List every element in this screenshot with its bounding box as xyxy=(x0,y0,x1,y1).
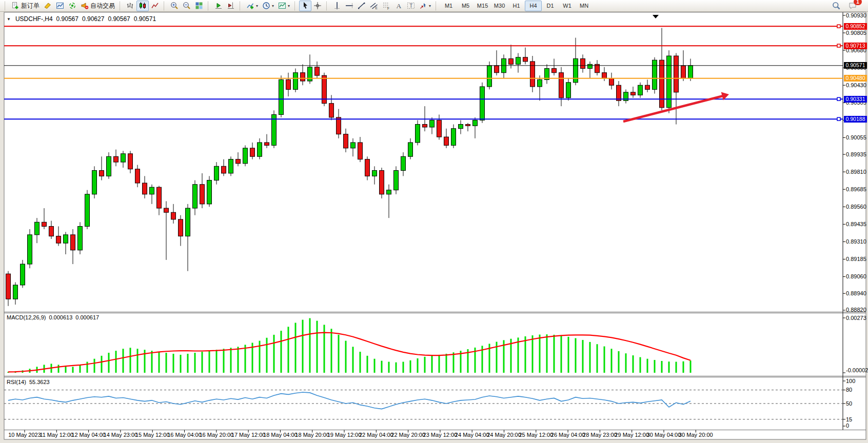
channel-button[interactable]: E xyxy=(368,1,380,11)
dropdown-caret-icon: ▾ xyxy=(256,4,258,8)
trendline-icon xyxy=(358,2,366,10)
chart-menu-caret-icon[interactable]: ▼ xyxy=(7,17,11,22)
indicators-icon xyxy=(246,2,254,10)
arrows-button[interactable]: ▾ xyxy=(417,1,433,11)
text-a-icon: A xyxy=(394,2,403,10)
chart-shift-button[interactable] xyxy=(225,1,237,11)
svg-text:F: F xyxy=(387,7,389,10)
price-level-label-resistance-1: 0.90852 xyxy=(844,23,867,30)
signals-button[interactable] xyxy=(66,1,78,11)
price-axis-tick-label: 0.89435 xyxy=(846,221,866,227)
crosshair-button[interactable] xyxy=(311,1,324,11)
zoom-in-icon xyxy=(170,2,179,10)
template-icon xyxy=(278,2,286,10)
rsi-axis-label: 100 xyxy=(846,378,855,384)
new-order-button[interactable]: 新订单 xyxy=(9,1,42,11)
fibo-icon: F xyxy=(382,2,390,10)
hline-icon xyxy=(345,2,353,10)
rsi-label: RSI(14) xyxy=(7,379,26,385)
bars-icon xyxy=(126,2,134,10)
price-level-label-support-2: 0.90188 xyxy=(844,116,867,123)
price-axis-tick-label: 0.90430 xyxy=(846,82,866,88)
market-watch-button[interactable] xyxy=(54,1,66,11)
timeframe-m15-button[interactable]: M15 xyxy=(474,1,491,11)
toolbar-separator xyxy=(436,2,438,10)
mt4-terminal: { "toolbar": { "groups": [ [ {"name":"ne… xyxy=(0,0,868,443)
chart-blue-icon xyxy=(56,2,64,10)
toolbar-separator xyxy=(164,2,166,10)
timeframe-mn-button[interactable]: MN xyxy=(576,1,593,11)
auto-trading-button[interactable]: 自动交易 xyxy=(78,1,117,11)
templates-button[interactable]: ▾ xyxy=(276,1,292,11)
time-axis-label: 30 May 20:00 xyxy=(671,432,720,438)
svg-text:A: A xyxy=(396,2,401,10)
rsi-axis-label: 80 xyxy=(846,387,852,393)
toolbar-separator xyxy=(326,2,329,10)
cursor-button[interactable] xyxy=(299,1,311,11)
chart-canvas[interactable] xyxy=(0,0,868,443)
horizontal-line-button[interactable] xyxy=(343,1,356,11)
tile-windows-button[interactable] xyxy=(193,1,205,11)
rsi-axis-label: 15 xyxy=(846,416,852,422)
price-axis-tick-label: 0.90930 xyxy=(846,12,866,18)
level-handle[interactable] xyxy=(837,44,840,47)
level-handle[interactable] xyxy=(837,25,840,28)
rsi-axis-label: 50 xyxy=(846,400,852,407)
dropdown-caret-icon: ▾ xyxy=(429,4,431,8)
notifications-button[interactable]: 1 xyxy=(846,1,859,11)
price-axis-tick-label: 0.90055 xyxy=(846,134,866,140)
level-handle[interactable] xyxy=(837,97,840,100)
fibonacci-button[interactable]: F xyxy=(380,1,392,11)
price-axis-tick-label: 0.89310 xyxy=(846,238,866,245)
search-icon xyxy=(832,2,840,10)
timeframe-h4-button[interactable]: H4 xyxy=(525,1,542,11)
timeframe-m5-button[interactable]: M5 xyxy=(457,1,474,11)
macd-axis-max-label: 0.00273 xyxy=(846,315,866,321)
tiles-icon xyxy=(195,2,203,10)
autoscroll-icon xyxy=(214,2,223,10)
periods-button[interactable]: ▾ xyxy=(260,1,276,11)
timeframe-m1-button[interactable]: M1 xyxy=(440,1,457,11)
rsi-header: RSI(14) 55.3623 xyxy=(7,379,50,385)
text-button[interactable]: A xyxy=(392,1,405,11)
toolbar-separator xyxy=(294,2,297,10)
line-chart-button[interactable] xyxy=(149,1,161,11)
dropdown-caret-icon: ▾ xyxy=(272,4,274,8)
indicators-button[interactable]: ▾ xyxy=(244,1,260,11)
vertical-line-button[interactable] xyxy=(331,1,343,11)
bar-chart-button[interactable] xyxy=(124,1,136,11)
ohlc-open: 0.90567 xyxy=(56,15,78,23)
channel-icon: E xyxy=(370,2,378,10)
dropdown-caret-icon: ▾ xyxy=(288,4,290,8)
notification-badge: 1 xyxy=(854,0,862,5)
timeframe-m30-button[interactable]: M30 xyxy=(491,1,508,11)
label-button[interactable]: T xyxy=(405,1,417,11)
auto-scroll-button[interactable] xyxy=(212,1,225,11)
crosshair-icon xyxy=(313,2,322,10)
vline-icon xyxy=(333,2,341,10)
price-level-label-support-1: 0.90331 xyxy=(844,96,867,103)
price-axis-tick-label: 0.89810 xyxy=(846,169,866,175)
styler-button[interactable] xyxy=(42,1,54,11)
timeframe-d1-button[interactable]: D1 xyxy=(542,1,559,11)
macd-axis-min-label: -0.000024 xyxy=(846,367,868,373)
macd-signal-value: 0.000617 xyxy=(75,314,99,320)
chartshift-icon xyxy=(227,2,235,10)
candle-chart-button[interactable] xyxy=(136,1,149,11)
price-axis-tick-label: 0.89060 xyxy=(846,273,866,279)
rsi-axis-label: 0 xyxy=(846,422,849,429)
price-level-label-bid-price: 0.90571 xyxy=(844,62,867,69)
timeframe-w1-button[interactable]: W1 xyxy=(559,1,576,11)
search-button[interactable] xyxy=(830,1,842,11)
chart-window-frame xyxy=(4,12,866,439)
level-handle[interactable] xyxy=(837,117,840,120)
price-axis-tick-label: 0.88940 xyxy=(846,290,866,296)
zoom-out-button[interactable] xyxy=(181,1,193,11)
symbol-period-label: USDCHF-,H4 xyxy=(15,15,53,23)
price-axis-tick-label: 0.89185 xyxy=(846,256,866,262)
timeframe-h1-button[interactable]: H1 xyxy=(508,1,525,11)
zoom-out-icon xyxy=(183,2,191,10)
macd-label: MACD(12,26,9) xyxy=(7,314,46,320)
trendline-button[interactable] xyxy=(356,1,368,11)
zoom-in-button[interactable] xyxy=(168,1,181,11)
